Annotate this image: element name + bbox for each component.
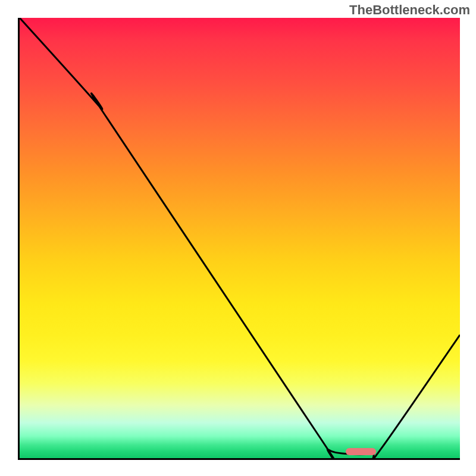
bottleneck-curve [20, 18, 460, 458]
optimal-range-marker [346, 448, 377, 455]
watermark-text: TheBottleneck.com [349, 2, 470, 18]
chart-plot-area [18, 18, 460, 460]
chart-container: TheBottleneck.com [0, 0, 476, 476]
